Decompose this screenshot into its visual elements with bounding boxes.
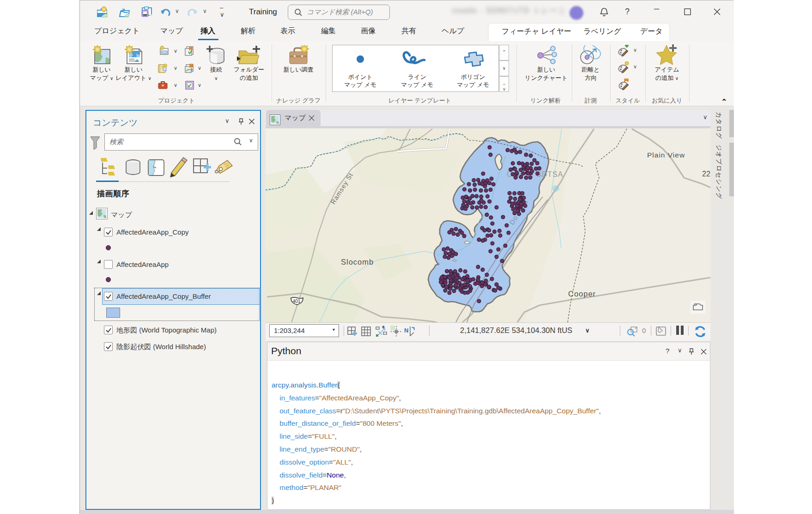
svg-text:Plain View: Plain View	[647, 151, 685, 159]
svg-text:401: 401	[293, 299, 301, 304]
svg-text:220: 220	[702, 170, 710, 178]
svg-text:N: N	[404, 327, 408, 334]
svg-text:Cooper: Cooper	[568, 290, 596, 298]
svg-text:Slocomb: Slocomb	[341, 258, 374, 266]
